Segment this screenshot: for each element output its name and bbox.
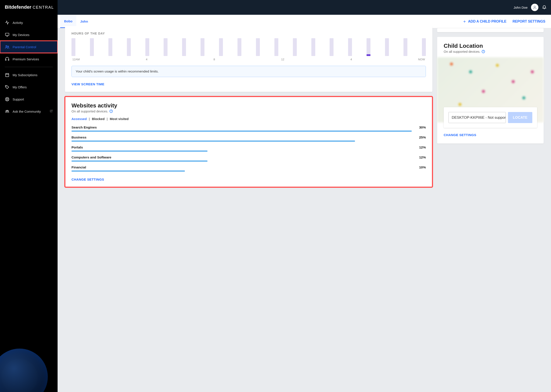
sidebar-item-premium-services[interactable]: Premium Services: [0, 53, 57, 65]
hours-chart: [72, 38, 426, 56]
sidebar-item-label: Ask the Community: [13, 110, 41, 113]
bell-icon[interactable]: [542, 5, 547, 10]
category-row: Search Engines30%: [72, 126, 426, 132]
category-bar: [72, 151, 208, 152]
websites-subtitle: On all supported devices.: [72, 109, 426, 113]
screen-usage-banner: Your child's screen usage is within reco…: [72, 66, 426, 77]
svg-point-10: [8, 111, 9, 111]
monitor-icon: [5, 32, 10, 37]
svg-point-12: [534, 6, 535, 7]
category-value: 12%: [419, 155, 426, 159]
sidebar-item-my-devices[interactable]: My Devices: [0, 29, 57, 41]
svg-point-6: [6, 86, 7, 86]
report-settings-button[interactable]: REPORT SETTINGS: [509, 20, 548, 23]
svg-point-8: [6, 98, 8, 100]
headset-icon: [5, 57, 10, 61]
category-value: 30%: [419, 126, 426, 129]
sidebar-item-support[interactable]: Support: [0, 93, 57, 105]
tab-child-1[interactable]: John: [76, 15, 92, 28]
card-stub: [437, 28, 544, 32]
category-bar: [72, 131, 412, 132]
filter-accessed[interactable]: Accessed: [72, 117, 87, 121]
category-row: Computers and Software12%: [72, 155, 426, 161]
sidebar: Bitdefender CENTRAL Activity My Devices …: [0, 0, 57, 392]
external-link-icon: [50, 109, 53, 113]
topbar: John Doe: [57, 0, 551, 15]
sidebar-divider: [5, 67, 53, 67]
svg-point-11: [7, 110, 7, 111]
brand-name: Bitdefender: [5, 4, 31, 10]
sidebar-item-parental-control[interactable]: Parental Control: [0, 41, 57, 53]
info-icon[interactable]: [482, 50, 485, 53]
hours-labels: 12AM 4 8 12 4 NOW: [72, 58, 426, 61]
category-bar: [72, 141, 355, 141]
category-name: Financial: [72, 165, 86, 169]
category-name: Computers and Software: [72, 155, 111, 159]
tag-icon: [5, 85, 10, 89]
category-value: 25%: [419, 135, 426, 139]
websites-title: Websites activity: [72, 102, 426, 109]
category-bar: [72, 171, 185, 171]
websites-activity-card: Websites activity On all supported devic…: [65, 97, 432, 187]
filter-most-visited[interactable]: Most visited: [110, 117, 129, 121]
community-icon: [5, 109, 10, 114]
locate-button[interactable]: LOCATE: [508, 112, 532, 123]
category-value: 12%: [419, 145, 426, 149]
svg-rect-0: [5, 33, 9, 35]
svg-point-2: [7, 46, 9, 47]
add-child-profile-button[interactable]: ＋ ADD A CHILD PROFILE: [459, 18, 509, 24]
sidebar-item-my-subscriptions[interactable]: My Subscriptions: [0, 69, 57, 81]
sidebar-item-label: My Offers: [13, 85, 27, 89]
category-name: Business: [72, 135, 86, 139]
hours-card: HOURS OF THE DAY 12AM 4 8 12 4: [65, 26, 432, 92]
websites-filter-tabs: Accessed | Blocked | Most visited: [72, 117, 426, 121]
sidebar-item-label: My Devices: [13, 33, 29, 37]
sidebar-item-ask-community[interactable]: Ask the Community: [0, 105, 57, 117]
username: John Doe: [514, 6, 528, 9]
svg-rect-5: [6, 74, 9, 77]
sidebar-item-label: Premium Services: [13, 57, 39, 61]
location-title: Child Location: [444, 42, 537, 49]
category-bar: [72, 161, 208, 161]
category-row: Financial10%: [72, 165, 426, 171]
calendar-icon: [5, 72, 10, 77]
category-name: Portals: [72, 145, 83, 149]
category-row: Business25%: [72, 135, 426, 141]
websites-change-settings-button[interactable]: CHANGE SETTINGS: [72, 178, 104, 181]
activity-icon: [5, 20, 10, 25]
sidebar-item-my-offers[interactable]: My Offers: [0, 81, 57, 93]
globe-graphic: [0, 349, 48, 392]
filter-blocked[interactable]: Blocked: [92, 117, 105, 121]
plus-icon: ＋: [462, 18, 467, 24]
info-icon[interactable]: [109, 110, 113, 113]
lifebuoy-icon: [5, 97, 10, 102]
sidebar-item-label: Activity: [13, 21, 23, 25]
view-screen-time-button[interactable]: VIEW SCREEN TIME: [72, 82, 104, 86]
avatar[interactable]: [531, 4, 538, 11]
svg-rect-4: [8, 59, 9, 61]
category-list: Search Engines30%Business25%Portals12%Co…: [72, 126, 426, 171]
people-icon: [5, 44, 10, 49]
child-location-card: Child Location On all supported devices.: [437, 37, 544, 143]
locate-bar: DESKTOP-KKPII6E - Not supported LOCATE: [444, 107, 537, 128]
location-change-settings-button[interactable]: CHANGE SETTINGS: [444, 133, 476, 137]
category-value: 10%: [419, 165, 426, 169]
sidebar-item-label: My Subscriptions: [13, 73, 37, 77]
content: Bobo John ＋ ADD A CHILD PROFILE REPORT S…: [57, 15, 551, 392]
brand-logo: Bitdefender CENTRAL: [0, 4, 57, 16]
device-select-value: DESKTOP-KKPII6E - Not supported: [452, 115, 506, 120]
category-row: Portals12%: [72, 145, 426, 152]
svg-point-1: [6, 46, 7, 47]
location-subtitle: On all supported devices.: [444, 50, 537, 53]
sidebar-item-label: Support: [13, 98, 24, 101]
svg-point-9: [6, 111, 7, 111]
brand-sub: CENTRAL: [33, 5, 54, 10]
device-select[interactable]: DESKTOP-KKPII6E - Not supported: [448, 112, 506, 123]
category-name: Search Engines: [72, 126, 97, 129]
sidebar-item-activity[interactable]: Activity: [0, 16, 57, 29]
sidebar-item-label: Parental Control: [13, 45, 36, 49]
hours-title: HOURS OF THE DAY: [72, 32, 426, 35]
svg-rect-3: [5, 59, 6, 61]
